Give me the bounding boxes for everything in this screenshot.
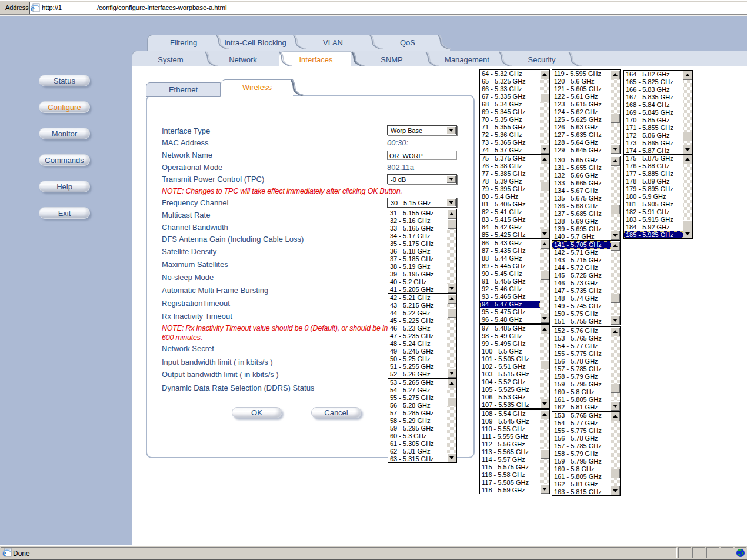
svg-text:e: e [2,548,6,558]
svg-text:e: e [31,4,35,13]
